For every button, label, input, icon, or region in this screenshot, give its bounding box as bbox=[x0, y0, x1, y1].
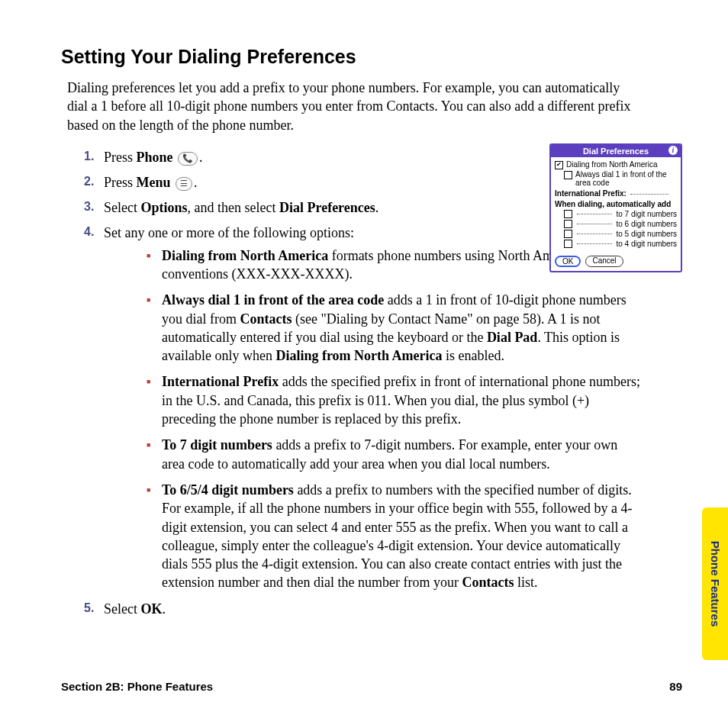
step-4: 4. Set any one or more of the following … bbox=[84, 224, 641, 591]
figure-titlebar: Dial Preferences i bbox=[551, 145, 681, 157]
intro-paragraph: Dialing preferences let you add a prefix… bbox=[61, 79, 641, 134]
option-654-digit: To 6/5/4 digit numbers adds a prefix to … bbox=[147, 481, 641, 592]
page-number: 89 bbox=[669, 680, 682, 693]
figure-cancel-button: Cancel bbox=[585, 256, 623, 267]
side-tab-label: Phone Features bbox=[709, 541, 722, 627]
figure-ok-button: OK bbox=[555, 256, 581, 267]
step-number: 5. bbox=[84, 600, 94, 617]
footer-section: Section 2B: Phone Features bbox=[61, 680, 213, 693]
page-title: Setting Your Dialing Preferences bbox=[61, 46, 641, 68]
checkbox-6dig bbox=[564, 220, 572, 228]
checkbox-dialing-na bbox=[555, 161, 563, 169]
checkbox-always-1 bbox=[564, 171, 572, 179]
checkbox-5dig bbox=[564, 230, 572, 238]
step-number: 3. bbox=[84, 198, 94, 215]
step-5: 5. Select OK. bbox=[84, 600, 641, 619]
step-number: 2. bbox=[84, 173, 94, 190]
option-intl-prefix: International Prefix adds the specified … bbox=[147, 372, 641, 428]
phone-icon: 📞 bbox=[178, 152, 198, 166]
info-icon: i bbox=[668, 146, 678, 155]
checkbox-7dig bbox=[564, 210, 572, 218]
step-number: 1. bbox=[84, 148, 94, 165]
option-7-digit: To 7 digit numbers adds a prefix to 7-di… bbox=[147, 436, 641, 473]
checkbox-4dig bbox=[564, 240, 572, 248]
menu-icon: ☰ bbox=[176, 177, 192, 191]
option-always-dial-1: Always dial 1 in front of the area code … bbox=[147, 291, 641, 365]
side-tab: Phone Features bbox=[702, 507, 728, 660]
dial-preferences-figure: Dial Preferences i Dialing from North Am… bbox=[549, 143, 682, 272]
step-number: 4. bbox=[84, 224, 94, 240]
